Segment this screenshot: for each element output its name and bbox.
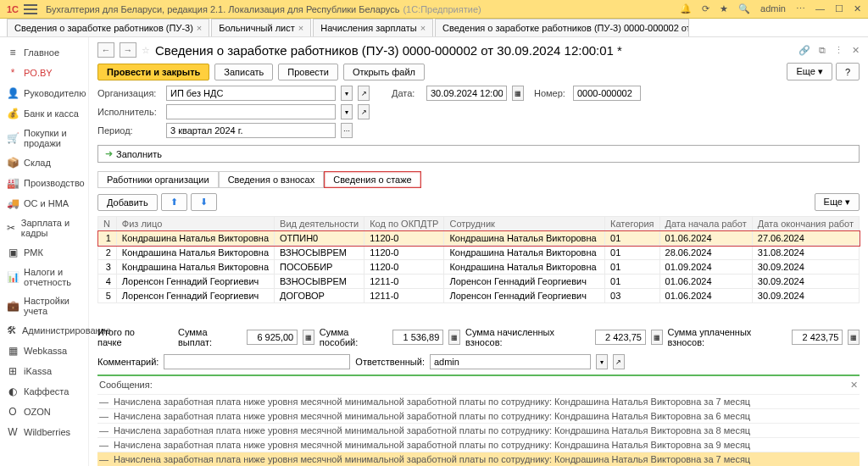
more-icon[interactable]: ⋮ xyxy=(834,45,843,56)
search-icon[interactable]: 🔍 xyxy=(738,3,750,14)
sidebar-item[interactable]: 📦Склад xyxy=(0,153,88,173)
period-select-button[interactable]: ⋯ xyxy=(341,123,353,138)
cell-fiz[interactable]: Лоренсон Геннадий Георгиевич xyxy=(116,275,274,289)
window-tab[interactable]: Больничный лист× xyxy=(211,19,311,36)
tab-contributions[interactable]: Сведения о взносах xyxy=(219,171,325,188)
num-input[interactable] xyxy=(573,86,641,101)
star-icon[interactable]: ★ xyxy=(720,3,728,14)
message-row[interactable]: —Начислена заработная плата ниже уровня … xyxy=(97,452,860,466)
cell-kod[interactable]: 1211-0 xyxy=(364,289,444,303)
grid-more-button[interactable]: Еще ▾ xyxy=(815,193,860,211)
col-d1[interactable]: Дата начала работ xyxy=(659,217,752,231)
history-icon[interactable]: ⟳ xyxy=(702,3,709,14)
cell-n[interactable]: 4 xyxy=(98,275,117,289)
fill-button[interactable]: ➜Заполнить xyxy=(97,145,860,163)
message-row[interactable]: —Начислена заработная плата ниже уровня … xyxy=(97,423,860,437)
link-icon[interactable]: 🔗 xyxy=(798,45,810,56)
pay-calc-icon[interactable]: ▦ xyxy=(303,330,314,345)
sidebar-item[interactable]: 🚚ОС и НМА xyxy=(0,193,88,214)
cell-vd[interactable]: ВЗНОСЫВРЕМ xyxy=(275,246,364,260)
cell-kod[interactable]: 1211-0 xyxy=(364,275,444,289)
cell-d1[interactable]: 01.06.2024 xyxy=(659,289,752,303)
table-row[interactable]: 2Кондрашина Наталья ВикторовнаВЗНОСЫВРЕМ… xyxy=(98,246,860,260)
favorite-icon[interactable]: ☆ xyxy=(142,45,150,56)
cell-d2[interactable]: 30.09.2024 xyxy=(752,289,859,303)
cell-vd[interactable]: ВЗНОСЫВРЕМ xyxy=(275,275,364,289)
cell-d2[interactable]: 31.08.2024 xyxy=(752,246,859,260)
resp-select-button[interactable]: ▾ xyxy=(596,354,608,369)
cell-d1[interactable]: 01.09.2024 xyxy=(659,260,752,275)
cell-d2[interactable]: 27.06.2024 xyxy=(752,231,859,246)
resp-open-button[interactable]: ↗ xyxy=(613,354,625,369)
cell-cat[interactable]: 01 xyxy=(605,246,659,260)
minimize-icon[interactable]: — xyxy=(815,3,825,14)
paid-calc-icon[interactable]: ▦ xyxy=(848,330,860,345)
comment-input[interactable] xyxy=(164,354,350,369)
col-fiz[interactable]: Физ лицо xyxy=(116,217,274,231)
sidebar-item[interactable]: 💼Настройки учета xyxy=(0,291,88,320)
sidebar-item[interactable]: WWildberries xyxy=(0,422,88,442)
table-row[interactable]: 5Лоренсон Геннадий ГеоргиевичДОГОВОР1211… xyxy=(98,289,860,303)
org-select-button[interactable]: ▾ xyxy=(341,86,353,101)
cell-cat[interactable]: 01 xyxy=(605,275,659,289)
pos-value[interactable]: 1 536,89 xyxy=(392,330,443,345)
sidebar-item[interactable]: *PO.BY xyxy=(0,63,88,83)
cell-vd[interactable]: ПОСОББИР xyxy=(275,260,364,275)
exec-open-button[interactable]: ↗ xyxy=(358,104,370,119)
messages-close-icon[interactable]: ✕ xyxy=(850,380,858,391)
pos-calc-icon[interactable]: ▦ xyxy=(448,330,460,345)
message-row[interactable]: —Начислена заработная плата ниже уровня … xyxy=(97,394,860,408)
user-label[interactable]: admin xyxy=(760,3,786,14)
col-n[interactable]: N xyxy=(98,217,117,231)
paid-value[interactable]: 2 423,75 xyxy=(792,330,843,345)
cell-d2[interactable]: 30.09.2024 xyxy=(752,275,859,289)
col-cat[interactable]: Категория xyxy=(605,217,659,231)
cell-d1[interactable]: 01.06.2024 xyxy=(659,275,752,289)
sidebar-item[interactable]: 📊Налоги и отчетность xyxy=(0,263,88,291)
sidebar-item[interactable]: ≡Главное xyxy=(0,42,88,63)
sidebar-item[interactable]: 🛠Администрирование xyxy=(0,320,88,341)
sidebar-item[interactable]: 💰Банк и касса xyxy=(0,103,88,124)
cell-d2[interactable]: 30.09.2024 xyxy=(752,260,859,275)
cell-sot[interactable]: Кондрашина Наталья Викторовна xyxy=(444,231,605,246)
date-input[interactable] xyxy=(426,86,507,101)
org-input[interactable] xyxy=(166,86,336,101)
calc-value[interactable]: 2 423,75 xyxy=(595,330,646,345)
help-button[interactable]: ? xyxy=(836,63,860,80)
cell-sot[interactable]: Лоренсон Геннадий Георгиевич xyxy=(444,289,605,303)
window-tab[interactable]: Сведения о заработке работников (ПУ-3)× xyxy=(7,19,209,36)
cell-sot[interactable]: Кондрашина Наталья Викторовна xyxy=(444,260,605,275)
cell-kod[interactable]: 1120-0 xyxy=(364,246,444,260)
sidebar-item[interactable]: ✂Зарплата и кадры xyxy=(0,214,88,242)
col-d2[interactable]: Дата окончания работ xyxy=(752,217,859,231)
window-tab[interactable]: Сведения о заработке работников (ПУ-3) 0… xyxy=(435,19,689,36)
table-row[interactable]: 4Лоренсон Геннадий ГеоргиевичВЗНОСЫВРЕМ1… xyxy=(98,275,860,289)
cell-kod[interactable]: 1120-0 xyxy=(364,260,444,275)
pay-value[interactable]: 6 925,00 xyxy=(247,330,298,345)
cell-d1[interactable]: 28.06.2024 xyxy=(659,246,752,260)
resp-input[interactable] xyxy=(430,354,591,369)
cell-cat[interactable]: 03 xyxy=(605,289,659,303)
tab-close-icon[interactable]: × xyxy=(197,23,202,33)
sidebar-item[interactable]: 🛒Покупки и продажи xyxy=(0,124,88,153)
cell-n[interactable]: 1 xyxy=(98,231,117,246)
period-input[interactable] xyxy=(166,123,336,138)
open-file-button[interactable]: Открыть файл xyxy=(343,64,425,80)
tab-workers[interactable]: Работники организации xyxy=(97,171,219,188)
date-picker-button[interactable]: ▦ xyxy=(512,86,524,101)
cell-kod[interactable]: 1120-0 xyxy=(364,231,444,246)
col-vd[interactable]: Вид деятельности xyxy=(275,217,364,231)
post-button[interactable]: Провести xyxy=(278,64,338,80)
col-sot[interactable]: Сотрудник xyxy=(444,217,605,231)
sidebar-item[interactable]: ▦Webkassa xyxy=(0,341,88,361)
message-row[interactable]: —Начислена заработная плата ниже уровня … xyxy=(97,437,860,452)
close-app-icon[interactable]: ✕ xyxy=(854,3,861,14)
cell-fiz[interactable]: Кондрашина Наталья Викторовна xyxy=(116,231,274,246)
cell-sot[interactable]: Кондрашина Наталья Викторовна xyxy=(444,246,605,260)
sidebar-item[interactable]: 👤Руководителю xyxy=(0,83,88,103)
message-row[interactable]: —Начислена заработная плата ниже уровня … xyxy=(97,408,860,423)
cell-vd[interactable]: ДОГОВОР xyxy=(275,289,364,303)
sidebar-item[interactable]: 🏭Производство xyxy=(0,173,88,193)
maximize-icon[interactable]: ☐ xyxy=(835,3,843,14)
exec-input[interactable] xyxy=(166,104,336,119)
